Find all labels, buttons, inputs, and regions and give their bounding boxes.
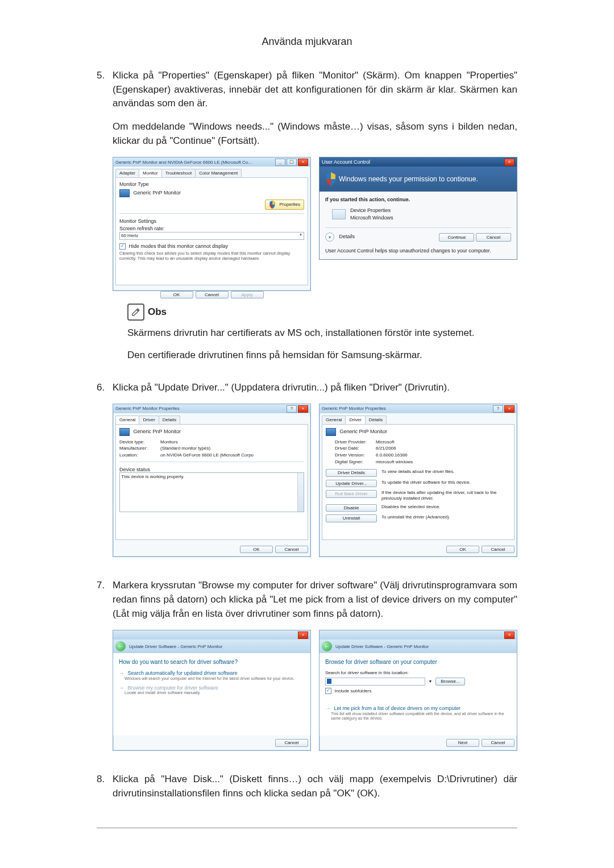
section-label: Device status [119, 467, 304, 473]
window-title: Generic PnP Monitor Properties [115, 406, 180, 412]
option-browse-computer[interactable]: → Browse my computer for driver software… [119, 685, 305, 696]
button-desc: Disables the selected device. [381, 504, 511, 510]
back-button[interactable]: ← [115, 641, 126, 651]
kv-key: Driver Date: [335, 446, 376, 451]
program-name: Device Properties [350, 207, 393, 214]
close-button[interactable]: × [298, 159, 308, 166]
kv-key: Location: [119, 452, 160, 458]
option-search-auto[interactable]: → Search automatically for updated drive… [119, 670, 305, 681]
properties-button[interactable]: Properties [280, 202, 300, 207]
document-page: Använda mjukvaran 5. Klicka på "Properti… [0, 0, 614, 868]
help-button[interactable]: ? [287, 405, 297, 413]
cancel-button[interactable]: Cancel [482, 546, 515, 554]
section-label: Monitor Type [119, 181, 304, 188]
step-text: Markera kryssrutan "Browse my computer f… [113, 579, 517, 621]
driver-details-button[interactable]: Driver Details [326, 469, 377, 477]
ok-button[interactable]: OK [240, 546, 273, 554]
monitor-name: Generic PnP Monitor [134, 190, 181, 196]
step-text: Klicka på "Properties" (Egenskaper) på f… [113, 69, 517, 111]
close-button[interactable]: × [504, 632, 515, 639]
details-toggle[interactable]: Details [339, 234, 355, 240]
tab-troubleshoot[interactable]: Troubleshoot [161, 169, 196, 177]
update-driver-button[interactable]: Update Driver... [326, 480, 377, 488]
tab-color-management[interactable]: Color Management [195, 169, 242, 177]
option-pick-from-list[interactable]: → Let me pick from a list of device driv… [325, 705, 511, 721]
cancel-button[interactable]: Cancel [482, 739, 515, 747]
continue-button[interactable]: Continue [439, 233, 474, 242]
tab-general[interactable]: General [115, 416, 139, 424]
button-desc: To view details about the driver files. [381, 469, 511, 475]
wizard-heading: Browse for driver software on your compu… [325, 659, 511, 666]
uac-started: If you started this action, continue. [325, 196, 511, 203]
tab-details[interactable]: Details [159, 416, 180, 424]
kv-value: on NVIDIA GeForce 6600 LE (Microsoft Cor… [160, 452, 254, 458]
note-icon [127, 304, 144, 321]
back-button[interactable]: ← [322, 641, 332, 651]
close-button[interactable]: × [504, 405, 515, 413]
apply-button[interactable]: Apply [231, 291, 264, 299]
monitor-icon [119, 189, 130, 197]
device-name: Generic PnP Monitor [134, 429, 181, 434]
minimize-button[interactable]: _ [275, 159, 285, 166]
cancel-button[interactable]: Cancel [196, 291, 229, 299]
tab-driver[interactable]: Driver [345, 416, 365, 424]
cancel-button[interactable]: Cancel [476, 233, 511, 242]
tab-monitor[interactable]: Monitor [139, 169, 162, 177]
cancel-button[interactable]: Cancel [275, 546, 308, 554]
device-status-text: This device is working properly. [121, 474, 184, 479]
uac-dialog: User Account Control × Windows needs you… [319, 157, 517, 260]
next-button[interactable]: Next [446, 739, 479, 747]
device-status-box: This device is working properly. [119, 472, 304, 512]
browse-button[interactable]: Browse... [435, 678, 465, 686]
page-header: Använda mjukvaran [97, 34, 517, 49]
disable-button[interactable]: Disable [326, 504, 377, 512]
wizard-heading: How do you want to search for driver sof… [119, 659, 305, 666]
monitor-icon [326, 428, 336, 436]
close-button[interactable]: × [298, 632, 308, 639]
option-title: Browse my computer for driver software [128, 685, 218, 691]
step-number: 7. [97, 579, 113, 762]
search-label: Search for driver software in this locat… [325, 670, 511, 676]
ok-button[interactable]: OK [160, 291, 193, 299]
cancel-button[interactable]: Cancel [275, 739, 308, 747]
uac-footer: User Account Control helps stop unauthor… [325, 247, 511, 255]
button-desc: To update the driver software for this d… [381, 480, 511, 485]
window-title: Generic PnP Monitor and NVIDIA GeForce 6… [115, 160, 252, 165]
tab-general[interactable]: General [322, 416, 346, 424]
shield-icon [325, 172, 337, 186]
tab-adapter[interactable]: Adapter [115, 169, 139, 177]
kv-value: 6/21/2006 [376, 446, 396, 451]
section-label: Monitor Settings [119, 218, 304, 225]
tab-details[interactable]: Details [365, 416, 387, 424]
include-subfolders-checkbox[interactable]: ✓ [325, 688, 331, 694]
rollback-driver-button[interactable]: Roll Back Driver [326, 490, 377, 498]
uninstall-button[interactable]: Uninstall [326, 514, 377, 522]
tab-driver[interactable]: Driver [139, 416, 159, 424]
chevron-down-icon[interactable]: ▾ [325, 232, 334, 242]
driver-path-input[interactable] [325, 678, 425, 686]
device-properties-driver: Generic PnP Monitor Properties ? × Gener… [319, 404, 517, 557]
step-text: Klicka på "Update Driver..." (Uppdatera … [113, 381, 517, 395]
option-title: Search automatically for updated driver … [128, 670, 238, 676]
close-button[interactable]: × [504, 159, 515, 166]
hide-modes-checkbox[interactable]: ✓ [119, 243, 126, 250]
scrollbar[interactable] [297, 473, 304, 512]
page-footer-rule [97, 828, 517, 828]
note-text: Den certifierade drivrutinen finns på he… [127, 348, 517, 363]
close-button[interactable]: × [298, 405, 308, 413]
note-title: Obs [148, 305, 167, 319]
device-properties-general: Generic PnP Monitor Properties ? × Gener… [113, 404, 311, 557]
refresh-rate-label: Screen refresh rate: [119, 226, 304, 232]
refresh-rate-value: 60 Hertz [121, 233, 138, 239]
arrow-right-icon: → [119, 685, 124, 691]
maximize-button[interactable]: ▢ [287, 159, 297, 166]
hide-modes-label: Hide modes that this monitor cannot disp… [129, 243, 229, 249]
window-title: User Account Control [322, 159, 370, 166]
ok-button[interactable]: OK [446, 546, 479, 554]
device-name: Generic PnP Monitor [340, 429, 387, 434]
program-icon [332, 209, 346, 219]
help-button[interactable]: ? [493, 405, 503, 413]
refresh-rate-select[interactable]: 60 Hertz ▼ [119, 232, 304, 240]
kv-value: 6.0.6000.16386 [376, 452, 408, 458]
program-vendor: Microsoft Windows [350, 214, 393, 222]
